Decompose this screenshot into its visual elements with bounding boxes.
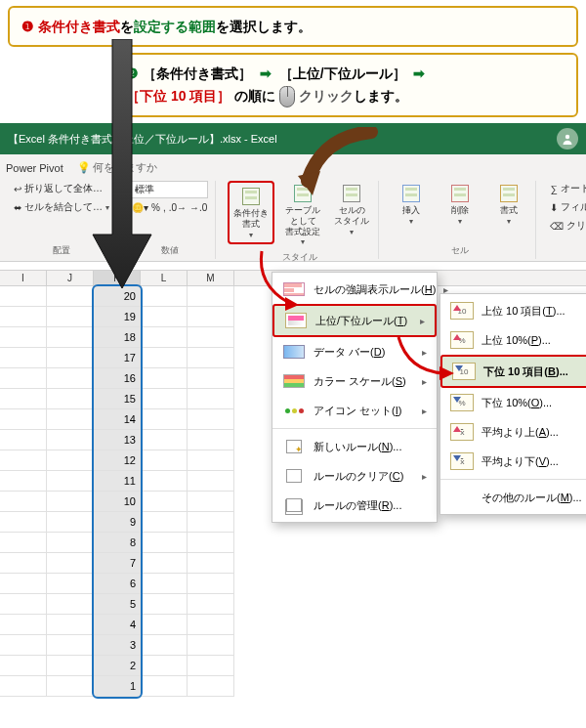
menu-highlight-cells-rules[interactable]: セルの強調表示ルール(H) ▸: [272, 275, 437, 304]
cell[interactable]: [188, 656, 234, 676]
cell[interactable]: 3: [94, 635, 141, 656]
cell[interactable]: [188, 553, 234, 574]
col-header-K[interactable]: K: [94, 271, 141, 285]
currency-buttons[interactable]: 🪙▾ % , .0→ →.0: [130, 201, 209, 214]
menu-new-rule[interactable]: 新しいルール(N)...: [272, 432, 437, 461]
cell[interactable]: 20: [94, 286, 141, 307]
cell[interactable]: [0, 286, 47, 307]
cell[interactable]: [47, 348, 94, 368]
cell[interactable]: [47, 553, 94, 574]
cell[interactable]: [141, 348, 188, 368]
cell[interactable]: [47, 615, 94, 635]
cell[interactable]: [0, 409, 47, 430]
cell[interactable]: [141, 656, 188, 676]
cell[interactable]: [47, 450, 94, 471]
cell[interactable]: [47, 471, 94, 492]
cell[interactable]: [0, 471, 47, 492]
cell[interactable]: [188, 368, 234, 389]
submenu-top-10-items[interactable]: 10 上位 10 項目(T)...: [440, 296, 586, 325]
cell[interactable]: [0, 492, 47, 512]
cell[interactable]: 15: [94, 389, 141, 409]
cell[interactable]: [47, 492, 94, 512]
cell[interactable]: [188, 307, 234, 327]
cell[interactable]: [0, 533, 47, 553]
cell[interactable]: [0, 676, 47, 697]
cell[interactable]: [141, 635, 188, 656]
autosum-button[interactable]: ∑オート SU: [548, 181, 586, 196]
number-format-dropdown[interactable]: 標準▾: [130, 181, 208, 198]
cell[interactable]: [141, 307, 188, 327]
insert-cells-button[interactable]: 挿入▾: [391, 181, 432, 228]
decrease-decimal-icon[interactable]: →.0: [189, 202, 207, 213]
cell[interactable]: 8: [94, 533, 141, 553]
cell[interactable]: 12: [94, 450, 141, 471]
cell[interactable]: [0, 635, 47, 656]
cell[interactable]: [0, 450, 47, 471]
cell[interactable]: [0, 574, 47, 594]
cell[interactable]: [47, 368, 94, 389]
cell[interactable]: [188, 533, 234, 553]
cell[interactable]: [188, 348, 234, 368]
cell[interactable]: [141, 594, 188, 615]
menu-icon-sets[interactable]: アイコン セット(I) ▸: [272, 396, 437, 425]
submenu-top-10-percent[interactable]: % 上位 10%(P)...: [440, 325, 586, 355]
cell[interactable]: [0, 430, 47, 450]
col-header-J[interactable]: J: [47, 271, 94, 285]
cell[interactable]: [47, 409, 94, 430]
cell[interactable]: [47, 389, 94, 409]
menu-clear-rules[interactable]: ルールのクリア(C) ▸: [272, 461, 437, 491]
cell[interactable]: 18: [94, 327, 141, 348]
cell[interactable]: [0, 327, 47, 348]
cell[interactable]: [0, 512, 47, 533]
submenu-above-average[interactable]: x̄ 平均より上(A)...: [440, 417, 586, 447]
menu-top-bottom-rules[interactable]: ↑ 上位/下位ルール(T) ▸: [272, 304, 437, 337]
cell[interactable]: [141, 676, 188, 697]
submenu-bottom-10-items[interactable]: 10 下位 10 項目(B)...: [440, 355, 586, 388]
format-cells-button[interactable]: 書式▾: [488, 181, 529, 228]
cell[interactable]: [188, 471, 234, 492]
cell[interactable]: [0, 656, 47, 676]
cell[interactable]: [0, 307, 47, 327]
cell[interactable]: [141, 286, 188, 307]
cell[interactable]: [0, 389, 47, 409]
cell[interactable]: 7: [94, 553, 141, 574]
cell[interactable]: [188, 594, 234, 615]
cell[interactable]: 10: [94, 492, 141, 512]
cell[interactable]: [188, 574, 234, 594]
cell[interactable]: 11: [94, 471, 141, 492]
cell[interactable]: [141, 471, 188, 492]
increase-decimal-icon[interactable]: .0→: [169, 202, 187, 213]
clear-button[interactable]: ⌫クリア: [548, 218, 586, 234]
cell[interactable]: [188, 615, 234, 635]
cell[interactable]: 5: [94, 594, 141, 615]
cell[interactable]: [188, 327, 234, 348]
cell[interactable]: [0, 594, 47, 615]
col-header-L[interactable]: L: [141, 271, 188, 285]
cell[interactable]: [47, 635, 94, 656]
cell[interactable]: [188, 676, 234, 697]
cell[interactable]: [141, 553, 188, 574]
cell[interactable]: [47, 327, 94, 348]
account-icon[interactable]: [557, 128, 578, 150]
cell[interactable]: [47, 286, 94, 307]
cell[interactable]: 2: [94, 656, 141, 676]
cell[interactable]: [141, 512, 188, 533]
cell[interactable]: [141, 615, 188, 635]
cell[interactable]: [47, 533, 94, 553]
cell[interactable]: [0, 368, 47, 389]
cell[interactable]: 6: [94, 574, 141, 594]
menu-data-bars[interactable]: データ バー(D) ▸: [272, 337, 437, 366]
cell[interactable]: [141, 450, 188, 471]
merge-center-button[interactable]: ⬌セルを結合して…▾: [12, 199, 111, 215]
cell[interactable]: [188, 430, 234, 450]
cell[interactable]: 4: [94, 615, 141, 635]
cell[interactable]: 14: [94, 409, 141, 430]
cell[interactable]: [141, 389, 188, 409]
cell[interactable]: 1: [94, 676, 141, 697]
accounting-icon[interactable]: 🪙▾: [132, 202, 148, 213]
col-header-M[interactable]: M: [188, 271, 234, 285]
menu-color-scales[interactable]: カラー スケール(S) ▸: [272, 366, 437, 396]
cell[interactable]: [47, 307, 94, 327]
cell[interactable]: [141, 574, 188, 594]
cell[interactable]: 13: [94, 430, 141, 450]
